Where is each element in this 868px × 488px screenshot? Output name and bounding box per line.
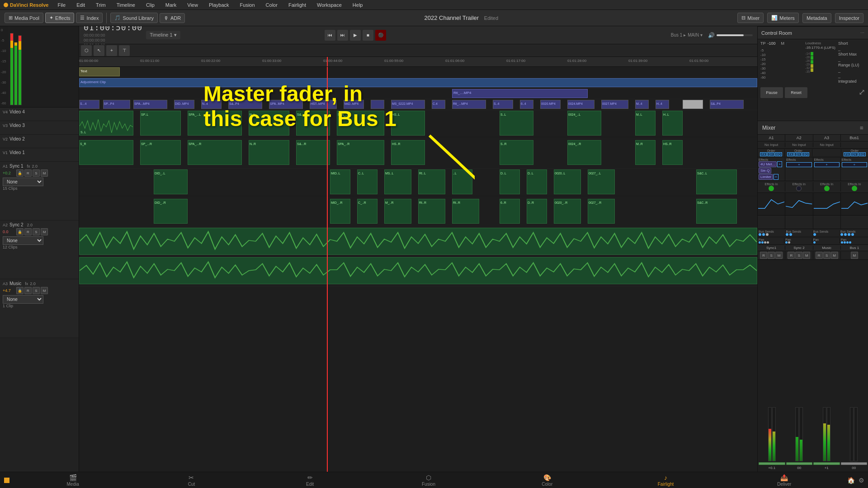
menu-clip[interactable]: Clip (144, 1, 156, 9)
a3-m-mixer[interactable]: M (831, 252, 838, 259)
a2-m-btn[interactable]: M (41, 228, 48, 235)
menu-mark[interactable]: Mark (164, 1, 178, 9)
settings-icon[interactable]: ⚙ (859, 477, 864, 484)
menu-view[interactable]: View (185, 1, 200, 9)
bus1-fader-container: 00 (841, 407, 868, 470)
metadata-button[interactable]: Metadata (802, 13, 831, 23)
v4-text-clip[interactable]: Text (79, 67, 120, 76)
a3-r-mixer[interactable]: R (816, 252, 823, 259)
menu-trim[interactable]: Trim (94, 1, 108, 9)
cut-icon: ✂ (189, 474, 194, 481)
inspector-button[interactable]: Inspector (835, 13, 863, 23)
menu-timeline[interactable]: Timeline (115, 1, 137, 9)
a2-fader-handle[interactable] (786, 462, 813, 465)
loudness-pause-btn[interactable]: Pause (760, 87, 783, 98)
effects-button[interactable]: ✦ Effects (45, 13, 74, 23)
bus1-label-header: Bus 1 ▸ (671, 33, 686, 38)
a1-r-mixer[interactable]: R (760, 252, 767, 259)
nav-deliver[interactable]: 📤 Deliver (725, 472, 844, 488)
a3-send-select[interactable]: None (3, 295, 43, 304)
v2-clip[interactable]: Rtl_....MP4 (452, 89, 588, 98)
a2-s-btn[interactable]: S (33, 228, 40, 235)
stop-btn[interactable]: ■ (363, 30, 373, 41)
loudness-reset-btn[interactable]: Reset (785, 87, 807, 98)
a2-add-effect[interactable]: + (786, 162, 811, 167)
a3-effects-in[interactable] (824, 186, 830, 191)
a3-lock-btn[interactable]: 🔒 (16, 287, 24, 294)
a1-m-btn[interactable]: M (41, 169, 48, 177)
a3-m-btn[interactable]: M (41, 287, 48, 294)
a1-send-select[interactable]: None (3, 178, 43, 186)
menu-fairlight[interactable]: Fairlight (287, 1, 308, 9)
a1-s-btn[interactable]: S (33, 169, 40, 177)
track-header-a3: A3 Music fx 2.0 +4.7 🔒 R S M None (0, 279, 79, 338)
nav-fairlight[interactable]: ♪ Fairlight (606, 472, 725, 488)
nav-edit[interactable]: ✏ Edit (251, 472, 369, 488)
go-to-start-btn[interactable]: ⏮ (325, 30, 335, 41)
toolbar: ⊞ Media Pool ✦ Effects ☰ Index 🎵 Sound L… (0, 10, 868, 26)
blade-btn[interactable]: + (106, 45, 117, 56)
a1-fader-handle[interactable] (759, 462, 785, 465)
menu-workspace[interactable]: Workspace (315, 1, 344, 9)
menu-playback[interactable]: Playback (207, 1, 231, 9)
v4-clips: Text (79, 67, 757, 78)
a2-m-mixer[interactable]: M (803, 252, 810, 259)
track-header-v3: V3 Video 3 (0, 121, 79, 135)
bus1-add-effect[interactable]: + (842, 162, 867, 167)
a1-s-mixer[interactable]: S (768, 252, 775, 259)
index-button[interactable]: ☰ Index (76, 13, 103, 23)
a1-r-btn[interactable]: R (24, 169, 32, 177)
a1-m-mixer[interactable]: M (775, 252, 783, 259)
nav-media[interactable]: 🎬 Media (14, 472, 132, 488)
record-btn[interactable]: ⚫ (375, 30, 386, 41)
mixer-button[interactable]: ⊟ Mixer (737, 13, 764, 23)
bus1-effects-in[interactable] (852, 186, 857, 191)
a1-add-effect[interactable]: + (777, 161, 782, 167)
a3-s-mixer[interactable]: S (823, 252, 830, 259)
step-back-btn[interactable]: ⏭ (337, 30, 348, 41)
a2-send-select[interactable]: None (3, 236, 43, 245)
a3-r-btn[interactable]: R (24, 287, 32, 294)
expand-icon[interactable]: ⤢ (859, 87, 865, 98)
nav-cut[interactable]: ✂ Cut (132, 472, 250, 488)
cursor-btn[interactable]: ↖ (94, 45, 104, 56)
range-select-btn[interactable]: ⊤ (119, 45, 130, 56)
menu-color[interactable]: Color (264, 1, 279, 9)
menu-help[interactable]: Help (351, 1, 365, 9)
menu-file[interactable]: File (56, 1, 67, 9)
media-icon: 🎬 (69, 474, 77, 481)
a3-clips: Aiming For Polaris Edit.wav - L Aiming F… (79, 228, 757, 286)
a2-lock-btn[interactable]: 🔒 (16, 228, 24, 235)
nav-color[interactable]: 🎨 Color (488, 472, 606, 488)
a1-lock-btn[interactable]: 🔒 (16, 169, 24, 177)
adr-button[interactable]: 🎙 ADR (160, 13, 185, 23)
sound-library-button[interactable]: 🎵 Sound Library (110, 13, 158, 23)
a2-s-mixer[interactable]: S (795, 252, 802, 259)
a3-add-effect[interactable]: + (814, 162, 840, 167)
a1-effects-in[interactable] (769, 186, 774, 191)
bus1-m-mixer[interactable]: M (851, 252, 858, 259)
track-header-v4: V4 Video 4 (0, 108, 79, 121)
menu-edit[interactable]: Edit (75, 1, 87, 9)
a1-add-effect2[interactable]: + (774, 174, 778, 180)
play-btn[interactable]: ▶ (350, 30, 361, 41)
a2-r-mixer[interactable]: R (788, 252, 795, 259)
meters-icon: 📊 (771, 15, 778, 21)
v3-adjustment-clip[interactable]: Adjustment Clip (79, 78, 757, 87)
app-logo-bottom (4, 478, 9, 483)
bus1-fader-handle[interactable] (841, 462, 868, 465)
a2-fader-container: 00 (786, 407, 813, 470)
a3-s-btn[interactable]: S (33, 287, 40, 294)
marker-btn[interactable]: ⬡ (81, 45, 92, 56)
a2-r-btn[interactable]: R (24, 228, 32, 235)
home-icon[interactable]: 🏠 (847, 477, 855, 484)
menu-fusion[interactable]: Fusion (238, 1, 257, 9)
media-pool-button[interactable]: ⊞ Media Pool (5, 13, 43, 23)
a2-effects-in[interactable] (796, 186, 802, 191)
control-room-header: Control Room ⋯ (758, 27, 868, 39)
timeline-name-selector[interactable]: Timeline 1 ▾ (146, 31, 180, 39)
meters-button[interactable]: 📊 Meters (767, 13, 799, 23)
master-volume-fader[interactable]: 🔊 (708, 32, 753, 38)
a3-fader-handle[interactable] (813, 462, 840, 465)
nav-fusion[interactable]: ⬡ Fusion (369, 472, 488, 488)
